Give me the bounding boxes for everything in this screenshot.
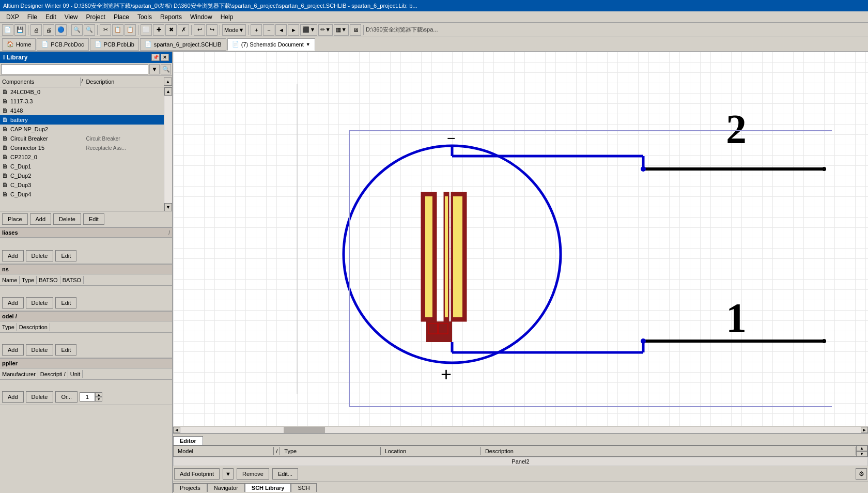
- comp-item-connector15[interactable]: 🗎 Connector 15 Receptacle Ass...: [0, 143, 164, 152]
- menu-project[interactable]: Project: [82, 12, 110, 22]
- nav-tab-sch[interactable]: SCH: [291, 483, 316, 492]
- comp-item-circuit-breaker[interactable]: 🗎 Circuit Breaker Circuit Breaker: [0, 134, 164, 143]
- comp-item-cdup2[interactable]: 🗎 C_Dup2: [0, 171, 164, 180]
- add-footprint-button[interactable]: Add Footprint: [174, 468, 220, 480]
- menu-help[interactable]: Help: [216, 12, 238, 22]
- toolbar-redo[interactable]: ↪: [206, 24, 218, 36]
- scroll-up-btn2[interactable]: ▲: [164, 87, 172, 96]
- sort-icon[interactable]: /: [81, 79, 84, 84]
- dropdown-btn[interactable]: ▼: [149, 64, 160, 74]
- toolbar-layers[interactable]: ⬛▼: [300, 24, 317, 36]
- model-edit-button[interactable]: Edit: [55, 344, 76, 356]
- tab-home[interactable]: 🏠 Home: [2, 38, 36, 51]
- toolbar-monitor[interactable]: 🖥: [350, 24, 361, 36]
- toolbar-zoom-out[interactable]: 🔍: [84, 24, 95, 36]
- toolbar-zoom-in[interactable]: 🔍: [71, 24, 83, 36]
- spinner-up[interactable]: ▲: [95, 392, 102, 397]
- tab-schematic[interactable]: 📄 (7) Schematic Document ▼: [227, 38, 315, 51]
- panel-close-btn[interactable]: ✕: [161, 54, 169, 61]
- search-input[interactable]: [1, 64, 148, 74]
- comp-item-cdup4[interactable]: 🗎 C_Dup4: [0, 190, 164, 199]
- canvas-area[interactable]: − + 2 1: [173, 52, 868, 426]
- menu-file[interactable]: File: [23, 12, 41, 22]
- menu-edit[interactable]: Edit: [41, 12, 60, 22]
- scroll-left-btn[interactable]: ◄: [173, 427, 180, 433]
- toolbar-select1[interactable]: ⬜: [141, 24, 152, 36]
- pins-edit-button[interactable]: Edit: [55, 297, 76, 309]
- editor-tab[interactable]: Editor: [173, 436, 203, 445]
- toolbar-right[interactable]: ►: [288, 24, 299, 36]
- model-add-button[interactable]: Add: [2, 344, 24, 356]
- tab-pcbdoc[interactable]: 📄 PCB.PcbDoc: [37, 38, 88, 51]
- scroll-down-btn[interactable]: ▼: [164, 203, 172, 211]
- delete-button[interactable]: Delete: [53, 213, 81, 225]
- scroll-right-btn[interactable]: ►: [861, 427, 868, 433]
- remove-button[interactable]: Remove: [237, 468, 269, 480]
- toolbar-grid[interactable]: ▦▼: [334, 24, 349, 36]
- aliases-add-button[interactable]: Add: [2, 250, 24, 261]
- comp-item-cp2102[interactable]: 🗎 CP2102_0: [0, 152, 164, 162]
- comp-item-battery[interactable]: 🗎 battery: [0, 115, 164, 125]
- add-button[interactable]: Add: [30, 213, 52, 225]
- toolbar-copy[interactable]: 📋: [112, 24, 123, 36]
- model-delete-button[interactable]: Delete: [26, 344, 54, 356]
- toolbar-x2[interactable]: ✗: [178, 24, 189, 36]
- toolbar-print2[interactable]: 🖨: [43, 24, 54, 36]
- menu-tools[interactable]: Tools: [133, 12, 156, 22]
- tab-dropdown-icon[interactable]: ▼: [306, 42, 311, 47]
- supplier-delete-button[interactable]: Delete: [26, 391, 54, 403]
- vertical-scrollbar[interactable]: ▲ ▼: [164, 87, 172, 211]
- add-footprint-dropdown[interactable]: ▼: [223, 468, 234, 480]
- aliases-edit-icon[interactable]: /: [168, 230, 170, 236]
- toolbar-print[interactable]: 🖨: [30, 24, 42, 36]
- supplier-or-button[interactable]: Or...: [55, 391, 78, 403]
- panel-pin-btn[interactable]: 📌: [151, 54, 160, 61]
- aliases-delete-button[interactable]: Delete: [26, 250, 54, 261]
- menu-window[interactable]: Window: [186, 12, 216, 22]
- h-scroll-thumb[interactable]: [284, 427, 325, 433]
- edit-button[interactable]: Edit: [83, 213, 104, 225]
- nav-tab-sch-library[interactable]: SCH Library: [245, 483, 291, 492]
- menu-dxp[interactable]: DXP: [2, 12, 23, 22]
- table-sort-down[interactable]: ▼: [856, 451, 867, 457]
- toolbar-plus[interactable]: +: [251, 24, 262, 36]
- scroll-up-btn[interactable]: ▲: [164, 78, 172, 86]
- table-sort-up[interactable]: ▲: [856, 445, 867, 451]
- tab-pcblib[interactable]: 📄 PCB.PcbLib: [90, 38, 139, 51]
- nav-tab-navigator[interactable]: Navigator: [207, 483, 245, 492]
- aliases-edit-button[interactable]: Edit: [55, 250, 76, 261]
- toolbar-minus[interactable]: −: [263, 24, 274, 36]
- menu-reports[interactable]: Reports: [156, 12, 186, 22]
- nav-tab-projects[interactable]: Projects: [173, 483, 207, 492]
- spinner-down[interactable]: ▼: [95, 397, 102, 402]
- toolbar-new[interactable]: 📄: [2, 24, 13, 36]
- comp-item-1117[interactable]: 🗎 1117-3.3: [0, 97, 164, 106]
- toolbar-undo[interactable]: ↩: [194, 24, 205, 36]
- toolbar-paste[interactable]: 📋: [125, 24, 136, 36]
- comp-item-cdup3[interactable]: 🗎 C_Dup3: [0, 180, 164, 190]
- toolbar-cross[interactable]: ✚: [153, 24, 164, 36]
- comp-item-cdup1[interactable]: 🗎 C_Dup1: [0, 162, 164, 171]
- settings-icon[interactable]: ⚙: [856, 468, 867, 480]
- edit-dots-button[interactable]: Edit...: [272, 468, 298, 480]
- pins-delete-button[interactable]: Delete: [26, 297, 54, 309]
- supplier-add-button[interactable]: Add: [2, 391, 24, 403]
- toolbar-mode[interactable]: Mode ▼: [222, 24, 246, 36]
- toolbar-save[interactable]: 💾: [14, 24, 26, 36]
- component-scroll[interactable]: 🗎 24LC04B_0 🗎 1117-3.3 🗎 4148 🗎 battery: [0, 87, 164, 211]
- comp-item-4148[interactable]: 🗎 4148: [0, 106, 164, 115]
- scroll-up-arrow[interactable]: ▲: [164, 78, 172, 86]
- toolbar-3d[interactable]: 🔵: [55, 24, 67, 36]
- toolbar-x[interactable]: ✖: [165, 24, 177, 36]
- comp-item-24lc04b[interactable]: 🗎 24LC04B_0: [0, 87, 164, 97]
- toolbar-left[interactable]: ◄: [275, 24, 287, 36]
- comp-item-cap-np[interactable]: 🗎 CAP NP_Dup2: [0, 125, 164, 134]
- tab-schlib[interactable]: 📄 spartan_6_project.SCHLIB: [140, 38, 226, 51]
- pins-add-button[interactable]: Add: [2, 297, 24, 309]
- place-button[interactable]: Place: [2, 213, 28, 225]
- menu-place[interactable]: Place: [110, 12, 133, 22]
- search-execute-btn[interactable]: 🔍: [161, 64, 171, 74]
- menu-view[interactable]: View: [60, 12, 82, 22]
- toolbar-cut[interactable]: ✂: [100, 24, 111, 36]
- horizontal-scrollbar[interactable]: ◄ ►: [173, 426, 868, 433]
